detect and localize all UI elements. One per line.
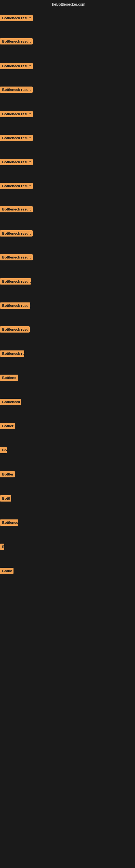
bottleneck-badge: Bottleneck [0, 399, 21, 405]
bottleneck-badge: Bottleneck result [0, 38, 33, 44]
bottleneck-result-item[interactable]: Bottleneck result [0, 111, 33, 118]
bottleneck-result-item[interactable]: Bottleneck re [0, 350, 24, 358]
bottleneck-result-item[interactable]: Bo [0, 447, 7, 454]
bottleneck-result-item[interactable]: Bottleneck result [0, 38, 33, 45]
bottleneck-badge: Bottle [0, 568, 13, 574]
bottleneck-badge: B [0, 544, 4, 550]
bottleneck-badge: Bottleneck result [0, 15, 33, 21]
bottleneck-badge: Bottleneck result [0, 183, 33, 189]
bottleneck-badge: Bottleneck result [0, 135, 33, 141]
bottleneck-badge: Bottleneck re [0, 350, 24, 357]
bottleneck-result-item[interactable]: Bottler [0, 471, 15, 478]
bottleneck-result-item[interactable]: Bottleneck result [0, 254, 33, 261]
bottleneck-result-item[interactable]: Bottleneck result [0, 183, 33, 190]
bottleneck-badge: Bottlenec [0, 520, 18, 526]
bottleneck-result-item[interactable]: Bottleneck result [0, 303, 30, 310]
bottleneck-result-item[interactable]: Bottleneck result [0, 206, 33, 214]
bottleneck-badge: Bottleneck result [0, 87, 33, 93]
bottleneck-result-item[interactable]: Bottleneck result [0, 230, 33, 238]
bottleneck-badge: Bottleneck result [0, 230, 33, 237]
bottleneck-result-item[interactable]: Bottleneck result [0, 326, 30, 334]
bottleneck-badge: Bottleneck result [0, 63, 33, 69]
bottleneck-result-item[interactable]: Bottleneck result [0, 278, 31, 286]
site-title: TheBottlenecker.com [0, 0, 135, 8]
bottleneck-badge: Bottler [0, 423, 15, 429]
bottleneck-badge: Bottleneck result [0, 206, 33, 212]
bottleneck-result-item[interactable]: Bottleneck result [0, 135, 33, 142]
bottleneck-badge: Bottl [0, 495, 11, 501]
bottleneck-result-item[interactable]: Bottle [0, 568, 13, 575]
bottleneck-result-item[interactable]: Bottleneck result [0, 87, 33, 94]
bottleneck-result-item[interactable]: Bottl [0, 495, 11, 503]
bottleneck-badge: Bottleneck result [0, 159, 33, 165]
bottleneck-result-item[interactable]: Bottlene [0, 375, 18, 382]
bottleneck-result-item[interactable]: Bottleneck result [0, 159, 33, 166]
bottleneck-badge: Bo [0, 447, 7, 453]
bottleneck-result-item[interactable]: Bottler [0, 423, 15, 430]
bottleneck-badge: Bottleneck result [0, 303, 30, 309]
bottleneck-badge: Bottleneck result [0, 254, 33, 260]
bottleneck-result-item[interactable]: B [0, 544, 4, 551]
bottleneck-badge: Bottlene [0, 375, 18, 381]
bottleneck-result-item[interactable]: Bottleneck result [0, 63, 33, 70]
bottleneck-result-item[interactable]: Bottleneck [0, 399, 21, 406]
bottleneck-badge: Bottler [0, 471, 15, 477]
bottleneck-badge: Bottleneck result [0, 326, 30, 333]
bottleneck-result-item[interactable]: Bottleneck result [0, 15, 33, 22]
bottleneck-result-item[interactable]: Bottlenec [0, 520, 18, 527]
bottleneck-badge: Bottleneck result [0, 278, 31, 284]
bottleneck-badge: Bottleneck result [0, 111, 33, 117]
